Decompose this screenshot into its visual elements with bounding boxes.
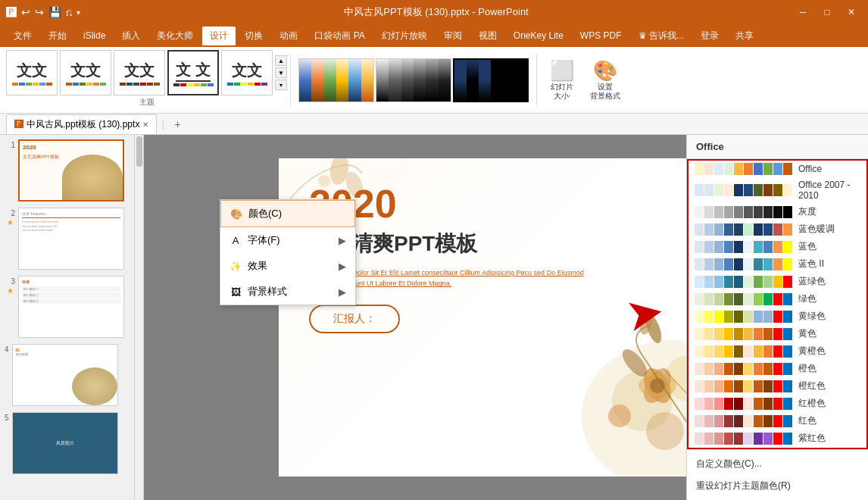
- menu-view[interactable]: 视图: [471, 27, 504, 45]
- save-button[interactable]: 💾: [48, 6, 61, 18]
- theme-name-blue: 蓝色: [798, 240, 816, 253]
- theme-option-yellow[interactable]: 黄色: [688, 325, 866, 342]
- ctx-bg-label: 背景样式: [248, 285, 287, 298]
- menu-help[interactable]: ♛ 告诉我...: [631, 27, 692, 45]
- panel-scrollbar[interactable]: [135, 135, 144, 500]
- gray-swatches: [695, 206, 792, 218]
- slide-preview-4[interactable]: 01 部分标题: [12, 344, 118, 406]
- tab-label: 中风古风.ppt模板 (130).pptx: [27, 118, 139, 131]
- theme-option-yellowgreen[interactable]: 黄绿色: [688, 308, 866, 325]
- menu-login[interactable]: 登录: [693, 27, 726, 45]
- yellow-swatches: [695, 328, 792, 340]
- ribbon-scroll-up[interactable]: ▲: [275, 55, 287, 66]
- bg-format-button[interactable]: 🎨 设置背景格式: [584, 50, 626, 110]
- theme-option-blue2[interactable]: 蓝色 II: [688, 255, 866, 273]
- theme-option-bluewarm[interactable]: 蓝色暖调: [688, 220, 866, 238]
- new-tab-button[interactable]: +: [169, 115, 187, 133]
- undo-button[interactable]: ↩: [21, 6, 30, 18]
- office2007-swatches: [695, 184, 792, 196]
- theme-option-blue[interactable]: 蓝色: [688, 238, 866, 255]
- ctx-bg-arrow: ▶: [339, 286, 346, 298]
- minimize-button[interactable]: ─: [792, 5, 813, 20]
- tab-close-button[interactable]: ✕: [142, 120, 148, 129]
- theme-name-office: Office: [798, 164, 822, 174]
- theme-option-redorange[interactable]: 红橙色: [688, 395, 866, 412]
- theme-option-red[interactable]: 红色: [688, 412, 866, 430]
- menu-start[interactable]: 开始: [41, 27, 74, 45]
- ribbon-scroll-down[interactable]: ▼: [275, 67, 287, 78]
- slide-num-4: 4: [5, 344, 9, 354]
- slide-thumb-4[interactable]: 4 01 部分标题: [3, 342, 131, 408]
- theme-option-gray[interactable]: 灰度: [688, 203, 866, 220]
- custom-color-option[interactable]: 自定义颜色(C)...: [687, 453, 868, 475]
- slide-preview-3[interactable]: 目录 01 ▪ 部分一 02 ▪ 部分二 03 ▪ 部分三: [18, 276, 124, 338]
- menu-insert[interactable]: 插入: [114, 27, 148, 45]
- orange-swatches: [695, 363, 792, 375]
- theme-4[interactable]: 文 文: [167, 50, 219, 95]
- slide-thumb-5[interactable]: 5 风景图片: [3, 411, 131, 476]
- svg-point-13: [608, 405, 631, 427]
- redo-button[interactable]: ↪: [35, 6, 44, 18]
- menu-file[interactable]: 文件: [6, 27, 39, 45]
- theme-option-orangered[interactable]: 橙红色: [688, 377, 866, 395]
- tab-separator: |: [161, 119, 164, 130]
- theme-option-purplered[interactable]: 紫红色: [688, 430, 866, 447]
- menu-slideshow[interactable]: 幻灯片放映: [374, 27, 435, 45]
- ctx-color[interactable]: 🎨 颜色(C): [220, 200, 355, 227]
- slide-thumb-2[interactable]: 2 ★ 目录 Features Lorem ipsum dolor sit am…: [3, 206, 131, 271]
- theme-5[interactable]: 文文: [221, 50, 273, 95]
- window-controls: ─ □ ✕: [792, 5, 862, 20]
- menu-transition[interactable]: 切换: [237, 27, 270, 45]
- theme-option-green[interactable]: 绿色: [688, 290, 866, 308]
- theme-name-bluewarm: 蓝色暖调: [798, 223, 835, 236]
- dropdown-scroll[interactable]: Office Office 2007 - 2010: [687, 159, 868, 449]
- tab-file[interactable]: 🅿 中风古风.ppt模板 (130).pptx ✕: [6, 114, 157, 134]
- ribbon-scroll-more[interactable]: ▾: [275, 80, 287, 90]
- menu-wps[interactable]: WPS PDF: [573, 27, 629, 44]
- color-strip-2[interactable]: [376, 58, 451, 102]
- theme-option-office2007[interactable]: Office 2007 - 2010: [688, 177, 866, 203]
- theme-name-redorange: 红橙色: [798, 397, 826, 410]
- slidesize-button[interactable]: ⬜ 幻灯片大小·: [543, 50, 581, 110]
- slide-thumb-1[interactable]: 1 2020 文艺清爽PPT模板: [3, 138, 131, 203]
- theme-option-office[interactable]: Office: [688, 161, 866, 177]
- theme-option-orange[interactable]: 橙色: [688, 360, 866, 377]
- undo2-button[interactable]: ⎌: [66, 6, 72, 18]
- menu-beautify[interactable]: 美化大师: [149, 27, 201, 45]
- ctx-font-label: 字体(F): [248, 233, 280, 247]
- ctx-font-arrow: ▶: [339, 235, 346, 246]
- menu-share[interactable]: 共享: [728, 27, 761, 45]
- theme-3[interactable]: 文文: [114, 50, 165, 95]
- menu-pocket[interactable]: 口袋动画 PA: [307, 27, 372, 45]
- theme-name-red: 红色: [798, 414, 816, 427]
- theme-option-yelloworange[interactable]: 黄橙色: [688, 342, 866, 360]
- bg-format-label: 设置背景格式: [590, 83, 620, 101]
- menu-animation[interactable]: 动画: [272, 27, 305, 45]
- dropdown-header: Office: [687, 135, 868, 159]
- theme-1[interactable]: 文文: [6, 50, 58, 95]
- ctx-effect[interactable]: ✨ 效果 ▶: [220, 253, 355, 279]
- ctx-effect-label: 效果: [248, 259, 267, 273]
- ctx-font[interactable]: A 字体(F) ▶: [220, 227, 355, 253]
- menu-design[interactable]: 设计: [202, 27, 236, 45]
- context-menu: 🎨 颜色(C) A 字体(F) ▶ ✨ 效果 ▶ 🖼 背景样式 ▶: [220, 199, 356, 305]
- maximize-button[interactable]: □: [816, 5, 838, 20]
- menu-onekey[interactable]: OneKey Lite: [506, 27, 571, 44]
- close-button[interactable]: ✕: [841, 5, 862, 20]
- dropdown-footer: 自定义颜色(C)... 重设幻灯片主题颜色(R): [687, 449, 868, 500]
- panel-scrollbar-thumb[interactable]: [136, 136, 142, 167]
- menu-review[interactable]: 审阅: [436, 27, 470, 45]
- theme-2[interactable]: 文文: [60, 50, 111, 95]
- slide-num-1: 1: [5, 139, 15, 149]
- slide-thumb-3[interactable]: 3 ★ 目录 01 ▪ 部分一 02 ▪ 部分二 03 ▪ 部分三: [3, 274, 131, 339]
- ctx-bg-icon: 🖼: [229, 286, 242, 298]
- slide-preview-5[interactable]: 风景图片: [12, 412, 118, 474]
- color-strip-3[interactable]: [453, 58, 529, 102]
- theme-option-teal[interactable]: 蓝绿色: [688, 273, 866, 290]
- menu-islide[interactable]: iSlide: [76, 27, 113, 44]
- color-strip-1[interactable]: [298, 58, 374, 102]
- reset-colors-option[interactable]: 重设幻灯片主题颜色(R): [687, 475, 868, 497]
- ctx-bg[interactable]: 🖼 背景样式 ▶: [220, 279, 355, 305]
- slide-preview-1[interactable]: 2020 文艺清爽PPT模板: [18, 139, 124, 202]
- slide-preview-2[interactable]: 目录 Features Lorem ipsum dolor sit ametco…: [18, 208, 124, 270]
